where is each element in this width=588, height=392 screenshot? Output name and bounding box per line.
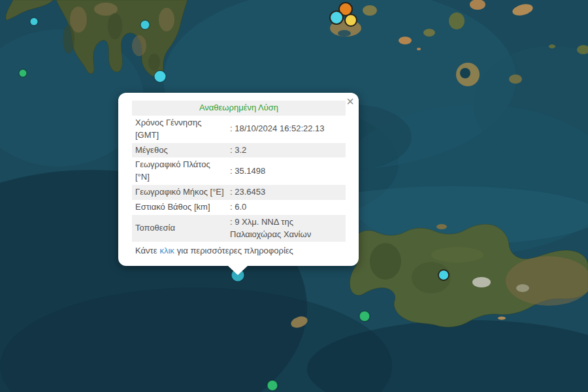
table-row: Χρόνος Γέννησης [GMT] : 18/10/2024 16:52… <box>132 116 346 143</box>
table-row: Τοποθεσία : 9 Χλμ. ΝΝΔ της Παλαιοχώρας Χ… <box>132 215 346 242</box>
earthquake-cyan-marker[interactable] <box>154 71 166 82</box>
popup-footer: Κάντεκλικγια περισσότερες πληροφορίες <box>132 245 346 257</box>
row-value: : 9 Χλμ. ΝΝΔ της Παλαιοχώρας Χανίων <box>228 215 346 242</box>
popup-close-button[interactable]: × <box>346 95 354 108</box>
row-value: : 3.2 <box>228 143 346 158</box>
popup-table: Χρόνος Γέννησης [GMT] : 18/10/2024 16:52… <box>132 116 346 242</box>
earthquake-yellow-marker[interactable] <box>345 14 357 26</box>
row-label: Γεωγραφικό Πλάτος [°N] <box>132 157 228 185</box>
earthquake-cyan-marker[interactable] <box>330 11 343 24</box>
earthquake-green-marker[interactable] <box>19 69 27 77</box>
row-value: : 6.0 <box>228 200 346 215</box>
row-label: Χρόνος Γέννησης [GMT] <box>132 116 228 143</box>
earthquake-cyan-marker[interactable] <box>140 20 150 29</box>
popup: × Αναθεωρημένη Λύση Χρόνος Γέννησης [GMT… <box>118 93 359 266</box>
row-value: : 18/10/2024 16:52:22.13 <box>228 122 346 137</box>
earthquake-cyan-marker[interactable] <box>30 18 38 25</box>
footer-text-pre: Κάντε <box>135 246 157 255</box>
table-row: Εστιακό Βάθος [km] : 6.0 <box>132 200 346 215</box>
popup-tail <box>227 265 248 275</box>
table-row: Γεωγραφικό Μήκος [°E] : 23.6453 <box>132 185 346 200</box>
table-row: Μέγεθος : 3.2 <box>132 143 346 158</box>
earthquake-green-marker[interactable] <box>267 380 278 391</box>
row-value: : 35.1498 <box>228 164 346 179</box>
footer-text-post: για περισσότερες πληροφορίες <box>177 246 293 255</box>
earthquake-cyan-marker[interactable] <box>438 270 449 280</box>
row-label: Τοποθεσία <box>132 221 228 236</box>
row-label: Μέγεθος <box>132 143 228 158</box>
earthquake-green-marker[interactable] <box>359 311 370 321</box>
click-link[interactable]: κλικ <box>159 246 174 255</box>
table-row: Γεωγραφικό Πλάτος [°N] : 35.1498 <box>132 157 346 185</box>
popup-title: Αναθεωρημένη Λύση <box>132 101 346 116</box>
row-label: Γεωγραφικό Μήκος [°E] <box>132 185 228 200</box>
row-label: Εστιακό Βάθος [km] <box>132 200 228 215</box>
row-value: : 23.6453 <box>228 185 346 200</box>
